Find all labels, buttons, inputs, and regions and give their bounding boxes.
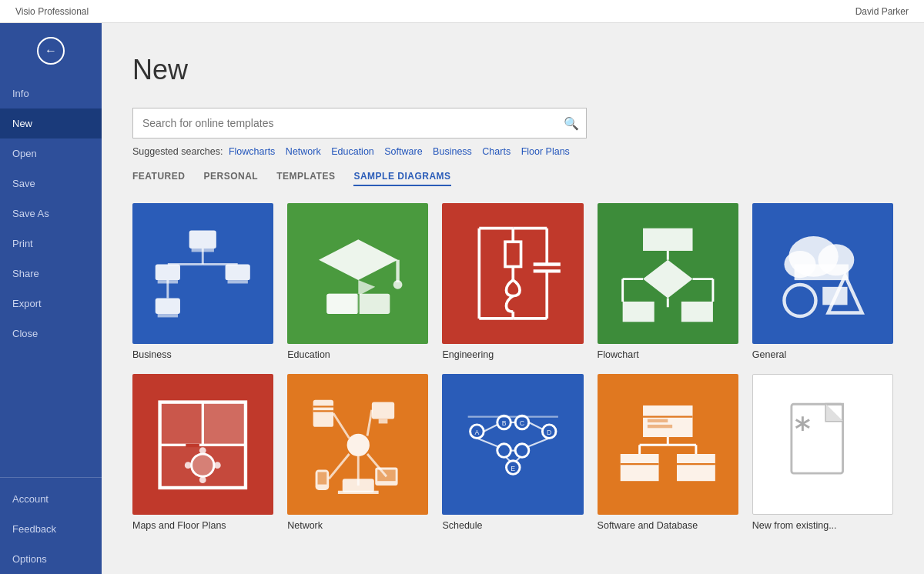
svg-text:B: B xyxy=(501,419,506,427)
template-new-from-existing[interactable]: New from existing... xyxy=(752,374,893,531)
sidebar-item-share[interactable]: Share xyxy=(0,259,102,289)
template-thumb-network xyxy=(287,374,428,515)
template-label-general: General xyxy=(752,349,893,360)
template-thumb-flowchart xyxy=(598,203,738,344)
svg-marker-111 xyxy=(826,405,843,422)
suggested-education[interactable]: Education xyxy=(331,146,374,157)
svg-rect-53 xyxy=(186,443,200,446)
search-button[interactable]: 🔍 xyxy=(557,108,586,138)
svg-rect-98 xyxy=(621,454,659,481)
template-flowchart[interactable]: Flowchart xyxy=(598,203,738,360)
svg-marker-12 xyxy=(318,240,397,281)
svg-rect-51 xyxy=(203,402,246,445)
svg-rect-66 xyxy=(317,472,326,484)
suggested-searches: Suggested searches: Flowcharts Network E… xyxy=(132,146,893,157)
template-education[interactable]: Education xyxy=(287,203,428,360)
tab-personal[interactable]: PERSONAL xyxy=(203,171,258,186)
sidebar-bottom: Account Feedback Options xyxy=(0,471,102,574)
suggested-network[interactable]: Network xyxy=(286,146,321,157)
page-title: New xyxy=(132,54,893,86)
suggested-label: Suggested searches: xyxy=(132,146,223,157)
suggested-floor-plans[interactable]: Floor Plans xyxy=(521,146,570,157)
sidebar-item-account[interactable]: Account xyxy=(0,484,102,514)
template-thumb-software-database xyxy=(598,374,738,515)
template-software-database[interactable]: Software and Database xyxy=(598,374,738,531)
svg-rect-6 xyxy=(156,299,180,315)
app-name: Visio Professional xyxy=(15,6,89,17)
template-thumb-engineering xyxy=(442,203,583,344)
template-business[interactable]: Business xyxy=(132,203,273,360)
svg-line-86 xyxy=(477,438,499,447)
suggested-business[interactable]: Business xyxy=(433,146,472,157)
svg-line-90 xyxy=(527,438,549,447)
svg-marker-33 xyxy=(643,260,692,299)
svg-rect-50 xyxy=(160,402,203,445)
svg-rect-5 xyxy=(228,280,248,283)
svg-rect-4 xyxy=(226,265,250,281)
template-label-engineering: Engineering xyxy=(442,349,583,360)
content-area: New 🔍 Suggested searches: Flowcharts Net… xyxy=(102,23,924,574)
sidebar-item-open[interactable]: Open xyxy=(0,138,102,169)
template-thumb-maps-floor-plans xyxy=(132,374,273,515)
tab-sample-diagrams[interactable]: SAMPLE DIAGRAMS xyxy=(353,171,450,186)
tab-featured[interactable]: FEATURED xyxy=(132,171,185,186)
svg-marker-13 xyxy=(358,280,375,296)
svg-line-70 xyxy=(333,413,350,438)
svg-rect-34 xyxy=(681,302,713,322)
sidebar-item-save[interactable]: Save xyxy=(0,169,102,199)
template-thumb-new-from-existing xyxy=(752,374,893,515)
template-maps-floor-plans[interactable]: Maps and Floor Plans xyxy=(132,374,273,531)
template-schedule[interactable]: A B C D E Schedule xyxy=(442,374,583,531)
svg-rect-103 xyxy=(648,424,672,427)
tab-templates[interactable]: TEMPLATES xyxy=(276,171,335,186)
template-label-education: Education xyxy=(287,349,428,360)
sidebar-item-feedback[interactable]: Feedback xyxy=(0,514,102,544)
svg-line-71 xyxy=(367,409,372,436)
sidebar-item-save-as[interactable]: Save As xyxy=(0,199,102,229)
svg-line-83 xyxy=(484,424,497,431)
svg-point-15 xyxy=(393,280,402,289)
template-engineering[interactable]: Engineering xyxy=(442,203,583,360)
main-layout: ← Info New Open Save Save As Print Share… xyxy=(0,23,924,574)
suggested-flowcharts[interactable]: Flowcharts xyxy=(229,146,275,157)
svg-rect-7 xyxy=(158,314,178,317)
svg-text:D: D xyxy=(547,429,551,436)
search-bar: 🔍 xyxy=(132,108,587,138)
template-network[interactable]: Network xyxy=(287,374,428,531)
sidebar-item-info[interactable]: Info xyxy=(0,78,102,108)
svg-rect-2 xyxy=(156,265,180,281)
suggested-software[interactable]: Software xyxy=(384,146,422,157)
back-circle-icon[interactable]: ← xyxy=(37,37,65,65)
sidebar-item-close[interactable]: Close xyxy=(0,319,102,349)
template-thumb-schedule: A B C D E xyxy=(442,374,583,515)
template-label-maps-floor-plans: Maps and Floor Plans xyxy=(132,520,273,531)
search-input[interactable] xyxy=(133,111,557,135)
sidebar-divider xyxy=(0,477,102,478)
svg-point-54 xyxy=(192,454,214,476)
svg-rect-64 xyxy=(378,419,387,423)
template-label-network: Network xyxy=(287,520,428,531)
svg-line-85 xyxy=(529,422,543,429)
svg-rect-0 xyxy=(189,231,216,249)
template-label-software-database: Software and Database xyxy=(598,520,738,531)
back-button[interactable]: ← xyxy=(0,23,102,78)
sidebar-item-export[interactable]: Export xyxy=(0,289,102,319)
svg-point-47 xyxy=(785,285,816,316)
template-label-business: Business xyxy=(132,349,273,360)
sidebar-item-new[interactable]: New xyxy=(0,108,102,138)
svg-rect-35 xyxy=(623,302,654,322)
sidebar-item-print[interactable]: Print xyxy=(0,229,102,259)
svg-rect-100 xyxy=(677,454,715,481)
svg-text:A: A xyxy=(474,429,479,436)
svg-point-56 xyxy=(199,476,206,483)
svg-rect-102 xyxy=(648,419,668,422)
svg-rect-20 xyxy=(505,242,521,267)
suggested-charts[interactable]: Charts xyxy=(482,146,511,157)
sidebar-item-options[interactable]: Options xyxy=(0,544,102,574)
svg-rect-32 xyxy=(643,229,692,251)
template-label-schedule: Schedule xyxy=(442,520,583,531)
top-bar: Visio Professional David Parker xyxy=(0,0,924,23)
svg-rect-63 xyxy=(371,402,393,419)
template-general[interactable]: General xyxy=(752,203,893,360)
svg-text:C: C xyxy=(520,419,524,427)
